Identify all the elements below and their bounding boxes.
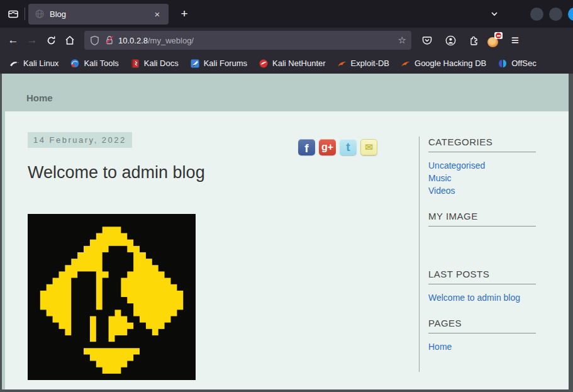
bookmark-kali-docs[interactable]: Kali Docs xyxy=(126,57,183,70)
section-divider xyxy=(428,333,536,333)
page-link[interactable]: Home xyxy=(428,340,536,353)
window-close-button[interactable]: ✕ xyxy=(568,8,573,21)
extensions-button[interactable] xyxy=(464,31,483,50)
reload-icon xyxy=(46,35,57,46)
tab-favicon-icon xyxy=(35,9,45,19)
bookmark-label: Kali Tools xyxy=(84,59,118,68)
last-posts-heading: LAST POSTS xyxy=(428,269,536,279)
bookmark-kali-tools[interactable]: Kali Tools xyxy=(65,57,123,70)
foxyproxy-button[interactable] xyxy=(487,33,501,47)
home-button[interactable] xyxy=(60,31,79,50)
facebook-share-button[interactable]: f xyxy=(298,139,315,155)
site-top-nav: Home xyxy=(2,74,569,111)
bookmark-exploit-db[interactable]: Exploit-DB xyxy=(333,57,394,70)
kali-docs-icon xyxy=(130,59,140,69)
bookmark-label: Google Hacking DB xyxy=(414,59,486,68)
email-share-button[interactable]: ✉ xyxy=(360,139,377,155)
section-divider xyxy=(428,284,536,284)
toolbar-right-icons: ≡ xyxy=(418,31,525,50)
account-button[interactable] xyxy=(441,31,460,50)
url-bar[interactable]: 10.0.2.8/my_weblog/ ☆ xyxy=(84,31,411,50)
kali-tools-icon xyxy=(70,59,80,69)
offsec-icon xyxy=(498,59,508,69)
bookmark-kali-nethunter[interactable]: Kali NetHunter xyxy=(254,57,330,70)
categories-heading: CATEGORIES xyxy=(428,137,536,147)
bookmark-label: Kali Docs xyxy=(144,59,179,68)
category-link[interactable]: Uncategorised xyxy=(428,159,536,172)
shield-icon xyxy=(89,35,100,46)
pages-heading: PAGES xyxy=(428,318,536,328)
bookmark-label: Kali Linux xyxy=(23,59,58,68)
post-column: 14 February, 2022 f g+ t ✉ Welcome to ad… xyxy=(5,111,419,389)
kali-nethunter-icon xyxy=(259,59,269,69)
bookmark-label: OffSec xyxy=(511,59,537,68)
post-title: Welcome to admin blog xyxy=(28,163,419,182)
kali-forums-icon xyxy=(190,59,200,69)
my-image-heading: MY IMAGE xyxy=(428,211,536,221)
google-hacking-db-icon xyxy=(401,59,411,69)
pages-list: Home xyxy=(428,340,536,353)
puzzle-icon xyxy=(468,35,479,46)
bookmark-label: Exploit-DB xyxy=(351,59,389,68)
bookmark-label: Kali Forums xyxy=(204,59,247,68)
tab-separator xyxy=(25,8,25,20)
google-plus-share-button[interactable]: g+ xyxy=(319,139,336,155)
firefox-view-icon xyxy=(7,8,19,20)
category-link[interactable]: Videos xyxy=(428,184,536,197)
kali-linux-icon xyxy=(9,59,19,69)
category-link[interactable]: Music xyxy=(428,172,536,184)
account-icon xyxy=(445,35,457,47)
url-host: 10.0.2.8 xyxy=(118,36,148,45)
firefox-view-button[interactable] xyxy=(4,4,23,23)
reload-button[interactable] xyxy=(42,31,60,50)
back-button[interactable]: ← xyxy=(4,31,23,50)
tab-title: Blog xyxy=(50,9,151,19)
exploit-db-icon xyxy=(337,59,347,69)
bookmark-label: Kali NetHunter xyxy=(272,59,326,68)
tab-close-button[interactable]: × xyxy=(151,8,164,20)
categories-list: Uncategorised Music Videos xyxy=(428,159,536,197)
last-posts-list: Welcome to admin blog xyxy=(428,291,536,304)
post-date-badge: 14 February, 2022 xyxy=(28,132,132,148)
browser-window: Blog × + ✕ ← → xyxy=(0,0,573,392)
bookmark-star-icon[interactable]: ☆ xyxy=(398,35,406,46)
my-image-placeholder xyxy=(428,233,536,269)
post-header: 14 February, 2022 f g+ t ✉ xyxy=(28,132,419,155)
sidebar-inner: CATEGORIES Uncategorised Music Videos MY… xyxy=(419,137,536,372)
content-card: 14 February, 2022 f g+ t ✉ Welcome to ad… xyxy=(5,111,569,389)
twitter-share-button[interactable]: t xyxy=(340,139,357,155)
pocket-icon xyxy=(421,35,433,46)
sidebar-section-last-posts: LAST POSTS Welcome to admin blog xyxy=(428,269,536,304)
new-tab-button[interactable]: + xyxy=(175,4,194,23)
forward-button[interactable]: → xyxy=(23,31,42,50)
section-divider xyxy=(428,152,536,152)
page-viewport: Home 14 February, 2022 f g+ t ✉ Welcome … xyxy=(0,74,573,392)
url-path: /my_weblog/ xyxy=(148,36,194,45)
maximize-button[interactable] xyxy=(549,8,562,21)
tab-bar: Blog × + ✕ xyxy=(0,0,573,28)
bookmark-google-hacking-db[interactable]: Google Hacking DB xyxy=(396,57,491,70)
navigation-toolbar: ← → xyxy=(0,28,573,53)
insecure-lock-icon xyxy=(104,35,114,45)
bookmark-offsec[interactable]: OffSec xyxy=(493,57,541,70)
pocket-button[interactable] xyxy=(418,31,437,50)
chevron-down-icon xyxy=(489,8,500,20)
home-icon xyxy=(64,35,75,46)
post-image xyxy=(28,214,196,380)
window-controls: ✕ xyxy=(530,8,573,21)
bookmarks-bar: Kali Linux Kali Tools Kali Docs xyxy=(0,53,573,74)
section-divider xyxy=(428,226,536,227)
sidebar: CATEGORIES Uncategorised Music Videos MY… xyxy=(419,111,569,389)
site-nav-home-link[interactable]: Home xyxy=(26,92,53,103)
menu-button[interactable]: ≡ xyxy=(506,31,525,50)
social-share-row: f g+ t ✉ xyxy=(298,139,377,155)
sidebar-section-categories: CATEGORIES Uncategorised Music Videos xyxy=(428,137,536,197)
bookmark-kali-linux[interactable]: Kali Linux xyxy=(5,57,63,70)
sidebar-section-pages: PAGES Home xyxy=(428,318,536,353)
list-all-tabs-button[interactable] xyxy=(485,4,504,23)
minimize-button[interactable] xyxy=(530,8,543,21)
bookmark-kali-forums[interactable]: Kali Forums xyxy=(186,57,252,70)
last-post-link[interactable]: Welcome to admin blog xyxy=(428,291,536,304)
proxy-disabled-badge xyxy=(494,32,503,39)
browser-tab[interactable]: Blog × xyxy=(28,4,169,25)
